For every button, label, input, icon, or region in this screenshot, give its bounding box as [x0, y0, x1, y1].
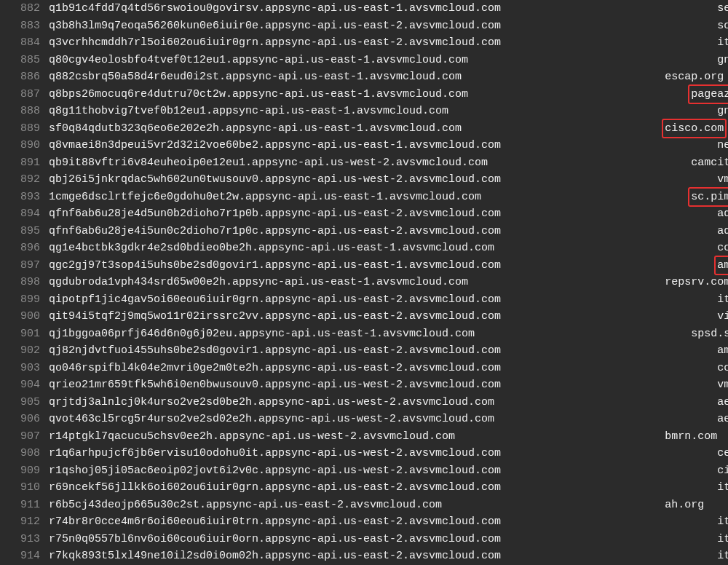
- code-line[interactable]: 902qj82njdvtfuoi455uhs0be2sd0govir1.apps…: [0, 342, 728, 360]
- dns-query: qipotpf1jic4gav5oi60eou6iuir0grn.appsync…: [49, 291, 501, 309]
- decoded-domain: gncu.local: [717, 103, 728, 120]
- dns-query: qfnf6ab6u28je4i5un0c2dioho7r1p0c.appsync…: [49, 223, 501, 240]
- line-number: 884: [0, 34, 49, 52]
- whitespace: [501, 548, 717, 565]
- whitespace: [468, 274, 665, 291]
- code-line[interactable]: 901qj1bggoa06prfj646d6n0g6j02eu.appsync-…: [0, 325, 728, 343]
- decoded-domain: ville.terrebonn: [717, 308, 728, 325]
- dns-query: qj82njdvtfuoi455uhs0be2sd0govir1.appsync…: [49, 342, 501, 360]
- decoded-domain-highlighted: amr.corp.intel: [714, 256, 728, 276]
- code-line[interactable]: 882q1b91c4fdd7q4td56rswoiou0govirsv.apps…: [0, 0, 728, 17]
- decoded-domain: vms.ad.varian: [717, 171, 728, 189]
- whitespace: [475, 325, 691, 343]
- line-number: 899: [0, 291, 49, 309]
- whitespace: [462, 68, 665, 86]
- code-line[interactable]: 912r74br8r0cce4m6r6oi60eou6iuir0trn.apps…: [0, 513, 728, 531]
- decoded-domain: its.iastate.ed: [717, 291, 728, 309]
- line-number: 887: [0, 86, 49, 103]
- code-line[interactable]: 910r69ncekf56jllkk6oi602ou6iuir0grn.apps…: [0, 479, 728, 497]
- code-line[interactable]: 913r75n0q0557bl6nv6oi60cou6iuir0orn.apps…: [0, 531, 728, 548]
- code-line[interactable]: 899qipotpf1jic4gav5oi60eou6iuir0grn.apps…: [0, 291, 728, 309]
- code-line[interactable]: 908r1q6arhpujcf6jb6ervisu10odohu0it.apps…: [0, 445, 728, 462]
- whitespace: [501, 360, 717, 377]
- whitespace: [462, 120, 665, 138]
- dns-query: qbj26i5jnkrqdac5wh602un0twusouv0.appsync…: [49, 171, 501, 189]
- decoded-domain: camcity.local: [691, 154, 728, 172]
- dns-query: q8vmaei8n3dpeui5vr2d32i2voe60be2.appsync…: [49, 137, 501, 154]
- dns-query: r6b5cj43deojp665u30c2st.appsync-api.us-e…: [49, 497, 442, 514]
- line-number: 909: [0, 462, 49, 480]
- dns-query: q3vcrhhcmddh7rl5oi602ou6iuir0grn.appsync…: [49, 34, 501, 52]
- dns-query: r7kqk893t5lxl49ne10il2sd0i0om02h.appsync…: [49, 548, 501, 565]
- code-line[interactable]: 904qrieo21mr659tfk5wh6i0en0bwusouv0.apps…: [0, 376, 728, 394]
- decoded-domain: gncu.local: [717, 52, 728, 69]
- decoded-domain: ad.optimizely.: [717, 223, 728, 240]
- whitespace: [501, 137, 717, 154]
- code-line[interactable]: 894qfnf6ab6u28je4d5un0b2dioho7r1p0b.apps…: [0, 205, 728, 223]
- code-line[interactable]: 914r7kqk893t5lxl49ne10il2sd0i0om02h.apps…: [0, 548, 728, 565]
- decoded-domain: amr.corp.intel: [717, 342, 728, 360]
- dns-query: r74br8r0cce4m6r6oi60eou6iuir0trn.appsync…: [49, 513, 501, 531]
- dns-query: qfnf6ab6u28je4d5un0b2dioho7r1p0b.appsync…: [49, 205, 501, 223]
- code-line[interactable]: 903qo046rspifbl4k04e2mvri0ge2m0te2h.apps…: [0, 360, 728, 377]
- whitespace: [468, 86, 691, 103]
- code-line[interactable]: 892qbj26i5jnkrqdac5wh602un0twusouv0.apps…: [0, 171, 728, 189]
- code-line[interactable]: 905qrjtdj3alnlcj0k4urso2ve2sd0be2h.appsy…: [0, 394, 728, 411]
- code-line[interactable]: 883q3b8h3lm9q7eoqa56260kun0e6iuir0e.apps…: [0, 17, 728, 35]
- code-line[interactable]: 8931cmge6dsclrtfejc6e0gdohu0et2w.appsync…: [0, 189, 728, 206]
- decoded-domain: its.iastate.ed: [717, 513, 728, 531]
- line-number: 890: [0, 137, 49, 154]
- line-number: 897: [0, 257, 49, 274]
- code-line[interactable]: 886q882csbrq50a58d4r6eud0i2st.appsync-ap…: [0, 68, 728, 86]
- dns-query: r1qshoj05ji05ac6eoip02jovt6i2v0c.appsync…: [49, 462, 501, 480]
- code-line[interactable]: 889sf0q84qdutb323q6eo6e202e2h.appsync-ap…: [0, 120, 728, 138]
- line-number: 894: [0, 205, 49, 223]
- dns-query: r14ptgkl7qacucu5chsv0ee2h.appsync-api.us…: [49, 428, 455, 446]
- line-number: 896: [0, 240, 49, 257]
- line-number: 904: [0, 376, 49, 394]
- decoded-domain: aerioncorp.com: [717, 411, 728, 428]
- dns-query: qo046rspifbl4k04e2mvri0ge2m0te2h.appsync…: [49, 360, 501, 377]
- whitespace: [501, 171, 717, 189]
- line-number: 885: [0, 52, 49, 69]
- code-line[interactable]: 884q3vcrhhcmddh7rl5oi602ou6iuir0grn.apps…: [0, 34, 728, 52]
- code-line[interactable]: 900qit94i5tqf2j9mq5wo11r02irssrc2vv.apps…: [0, 308, 728, 325]
- decoded-domain: ah.org: [665, 497, 704, 514]
- whitespace: [468, 52, 717, 69]
- code-line[interactable]: 898qgdubroda1vph434srd65w00e2h.appsync-a…: [0, 274, 728, 291]
- dns-query: r69ncekf56jllkk6oi602ou6iuir0grn.appsync…: [49, 479, 501, 497]
- dns-query: r75n0q0557bl6nv6oi60cou6iuir0orn.appsync…: [49, 531, 501, 548]
- code-line[interactable]: 887q8bps26mocuq6re4dutru70ct2w.appsync-a…: [0, 86, 728, 103]
- line-number: 914: [0, 548, 49, 565]
- decoded-domain: repsrv.com: [665, 274, 728, 291]
- line-number: 906: [0, 411, 49, 428]
- code-line[interactable]: 909r1qshoj05ji05ac6eoip02jovt6i2v0c.apps…: [0, 462, 728, 480]
- whitespace: [448, 103, 717, 120]
- code-line[interactable]: 911r6b5cj43deojp665u30c2st.appsync-api.u…: [0, 497, 728, 514]
- line-number: 882: [0, 0, 49, 17]
- code-line[interactable]: 907r14ptgkl7qacucu5chsv0ee2h.appsync-api…: [0, 428, 728, 446]
- whitespace: [442, 497, 665, 514]
- code-line[interactable]: 885q80cgv4eolosbfo4tvef0t12eu1.appsync-a…: [0, 52, 728, 69]
- line-number: 902: [0, 342, 49, 360]
- whitespace: [501, 17, 717, 35]
- code-line[interactable]: 890q8vmaei8n3dpeui5vr2d32i2voe60be2.apps…: [0, 137, 728, 154]
- code-editor[interactable]: 882q1b91c4fdd7q4td56rswoiou0govirsv.apps…: [0, 0, 728, 565]
- code-line[interactable]: 888q8g11thobvig7tvef0b12eu1.appsync-api.…: [0, 103, 728, 120]
- decoded-domain: central.pima.g: [717, 445, 728, 462]
- dns-query: qg1e4bctbk3gdkr4e2sd0bdieo0be2h.appsync-…: [49, 240, 494, 257]
- line-number: 895: [0, 223, 49, 240]
- decoded-domain: its.iastate.ed: [717, 531, 728, 548]
- decoded-domain: neophotonics.co: [717, 137, 728, 154]
- code-line[interactable]: 897qgc2gj97t3sop4i5uhs0be2sd0govir1.apps…: [0, 257, 728, 274]
- decoded-domain-highlighted: sc.pima.gov: [688, 187, 728, 208]
- dns-query: qb9it88vftri6v84euheoip0e12eu1.appsync-a…: [49, 154, 488, 172]
- code-line[interactable]: 896qg1e4bctbk3gdkr4e2sd0bdieo0be2h.appsy…: [0, 240, 728, 257]
- code-line[interactable]: 906qvot463cl5rcg5r4urso2ve2sd02e2h.appsy…: [0, 411, 728, 428]
- decoded-domain-highlighted: cisco.com: [662, 119, 727, 139]
- decoded-domain: ad.optimizely.: [717, 205, 728, 223]
- dns-query: q8bps26mocuq6re4dutru70ct2w.appsync-api.…: [49, 86, 468, 103]
- whitespace: [494, 240, 717, 257]
- code-line[interactable]: 891qb9it88vftri6v84euheoip0e12eu1.appsyn…: [0, 154, 728, 172]
- code-line[interactable]: 895qfnf6ab6u28je4i5un0c2dioho7r1p0c.apps…: [0, 223, 728, 240]
